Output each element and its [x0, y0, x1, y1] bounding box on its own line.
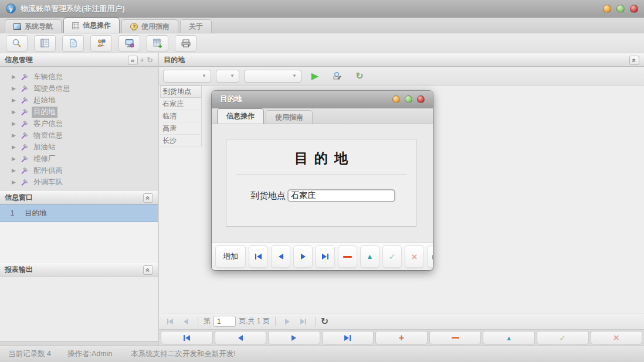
search-button[interactable] — [6, 35, 28, 52]
report-output-list — [0, 276, 158, 341]
add-icon[interactable]: + — [140, 56, 145, 64]
search-edit-button[interactable] — [328, 69, 346, 84]
dialog-previous-button[interactable] — [271, 245, 290, 268]
dialog-remove-button[interactable] — [338, 245, 357, 268]
form-list-button[interactable] — [34, 35, 56, 52]
grid-row[interactable]: 石家庄 — [160, 98, 202, 110]
previous-record-button[interactable] — [215, 331, 267, 344]
close-button[interactable] — [630, 5, 638, 13]
next-record-button[interactable] — [268, 331, 320, 344]
expand-icon[interactable]: ▶ — [12, 168, 17, 173]
expand-icon[interactable]: ▶ — [12, 86, 17, 91]
triangle-up-icon: ▲ — [367, 252, 374, 261]
chevron-down-icon: ▼ — [202, 73, 206, 78]
expand-icon[interactable]: ▶ — [12, 179, 17, 185]
dialog-restore-button[interactable] — [405, 95, 412, 103]
info-window-row[interactable]: 1 目的地 — [0, 204, 158, 222]
tree-item-parts-supplier[interactable]: ▶配件供商 — [12, 165, 158, 176]
tree-item-driver-info[interactable]: ▶驾驶员信息 — [12, 83, 158, 94]
value-combo[interactable]: ▼ — [244, 70, 301, 83]
tab-label: 信息操作 — [226, 111, 255, 121]
expand-icon[interactable]: ▶ — [12, 156, 17, 162]
collapse-main-button[interactable]: « — [629, 56, 639, 65]
expand-icon[interactable]: ▶ — [12, 109, 17, 115]
arrival-place-input[interactable] — [287, 189, 395, 202]
add-record-button[interactable]: + — [375, 331, 428, 344]
tree-item-destination[interactable]: ▶目的地 — [12, 106, 158, 118]
expand-icon[interactable]: ▶ — [12, 74, 17, 80]
dialog-title-bar[interactable]: 目的地 — [212, 91, 433, 108]
tab-about[interactable]: 关于 — [180, 19, 212, 33]
first-page-button[interactable] — [164, 315, 177, 328]
user-button[interactable] — [90, 35, 112, 52]
tab-info-operation[interactable]: 信息操作 — [63, 18, 120, 33]
separator — [198, 317, 198, 326]
dialog-first-button[interactable] — [249, 245, 268, 268]
expand-icon[interactable]: ▶ — [12, 121, 17, 127]
minus-icon — [452, 337, 459, 339]
edit-record-button[interactable]: ▲ — [483, 331, 535, 344]
restore-button[interactable] — [616, 5, 625, 13]
dialog-tab-info-operation[interactable]: 信息操作 — [217, 108, 264, 124]
refresh-icon[interactable]: ↻ — [147, 56, 153, 64]
dialog-title: 目的地 — [220, 94, 242, 104]
x-icon: × — [614, 333, 619, 343]
tree-item-customer-info[interactable]: ▶客户信息 — [12, 118, 158, 129]
operator-combo[interactable]: ▼ — [216, 70, 239, 83]
refresh-page-icon[interactable]: ↻ — [321, 316, 328, 327]
dialog-next-button[interactable] — [293, 245, 313, 268]
dialog-add-button[interactable]: 增加 — [215, 245, 246, 268]
expand-icon[interactable]: ▶ — [12, 97, 17, 103]
cancel-record-button[interactable]: × — [591, 331, 643, 344]
dialog-print-button[interactable] — [427, 245, 433, 268]
tree-item-vehicle-info[interactable]: ▶车辆信息 — [12, 71, 158, 83]
pagination-bar: 第 页,共 1 页 ↻ — [159, 313, 644, 329]
sidebar: 信息管理 « + ↻ ▶车辆信息 ▶驾驶员信息 ▶起始地 ▶目的地 ▶客户信息 … — [0, 53, 158, 346]
expand-icon[interactable]: ▶ — [12, 144, 17, 150]
table-add-icon — [152, 38, 162, 48]
run-query-button[interactable]: ▶ — [306, 69, 324, 84]
first-record-button[interactable] — [161, 331, 213, 344]
tree-item-origin[interactable]: ▶起始地 — [12, 94, 158, 106]
collapse-panel-button[interactable]: « — [143, 265, 153, 275]
last-page-button[interactable] — [297, 315, 310, 328]
dialog-last-button[interactable] — [316, 245, 335, 268]
tree-item-repair-shop[interactable]: ▶维修厂 — [12, 153, 158, 165]
tree-item-gas-station[interactable]: ▶加油站 — [12, 141, 158, 153]
collapse-panel-button[interactable]: « — [143, 193, 153, 203]
collapse-sidebar-button[interactable]: « — [128, 56, 138, 65]
dialog-close-button[interactable] — [417, 95, 425, 103]
confirm-record-button[interactable]: ✓ — [537, 331, 589, 344]
document-button[interactable] — [62, 35, 84, 52]
tab-user-guide[interactable]: ? 使用指南 — [121, 19, 178, 33]
minimize-button[interactable] — [603, 5, 611, 13]
dialog-confirm-button[interactable]: ✓ — [382, 245, 402, 268]
grid-row[interactable]: 长沙 — [160, 135, 202, 147]
remove-record-button[interactable] — [429, 331, 482, 344]
tree-item-label: 驾驶员信息 — [32, 83, 72, 94]
dialog-tab-user-guide[interactable]: 使用指南 — [266, 110, 313, 124]
page-total-label: 页,共 1 页 — [239, 316, 270, 326]
grid-row[interactable]: 高唐 — [160, 122, 202, 135]
last-record-button[interactable] — [322, 331, 374, 344]
tree-item-material-info[interactable]: ▶物资信息 — [12, 129, 158, 141]
panel-title: 信息管理 — [5, 55, 33, 65]
field-combo[interactable]: ▼ — [163, 70, 211, 83]
dialog-edit-button[interactable]: ▲ — [360, 245, 379, 268]
table-add-button[interactable] — [147, 35, 168, 52]
tab-system-navigation[interactable]: 系统导航 — [5, 19, 62, 33]
grid-column-header[interactable]: 到货地点 — [160, 86, 202, 98]
printer-button[interactable] — [175, 35, 196, 52]
monitor-button[interactable] — [118, 35, 140, 52]
refresh-query-button[interactable]: ↻ — [351, 69, 368, 84]
page-number-input[interactable] — [213, 316, 236, 327]
tree-item-external-fleet[interactable]: ▶外调车队 — [12, 176, 158, 188]
dialog-minimize-button[interactable] — [392, 95, 400, 103]
grid-row[interactable]: 临清 — [160, 110, 202, 122]
next-page-button[interactable] — [281, 315, 294, 328]
tool-icon — [21, 155, 28, 163]
dialog-cancel-button[interactable]: × — [405, 245, 424, 268]
tool-icon — [21, 108, 28, 116]
previous-page-button[interactable] — [179, 315, 192, 328]
expand-icon[interactable]: ▶ — [12, 132, 17, 138]
